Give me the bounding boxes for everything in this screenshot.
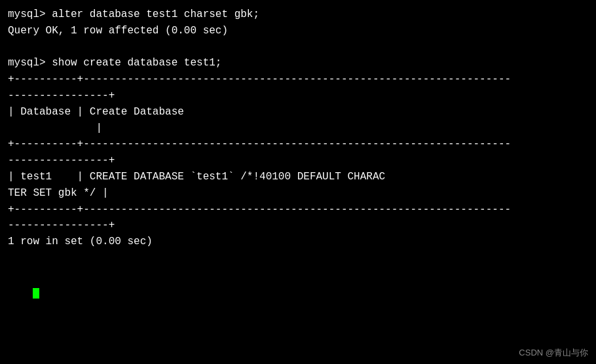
line-10: | test1 | CREATE DATABASE `test1` /*!401… [8, 169, 588, 185]
line-11: TER SET gbk */ | [8, 185, 588, 202]
line-12: +----------+----------------------------… [8, 202, 588, 218]
terminal-cursor [33, 288, 39, 299]
watermark: CSDN @青山与你 [519, 347, 588, 359]
line-1: mysql> alter database test1 charset gbk; [8, 7, 588, 23]
blank-1 [8, 39, 588, 56]
line-2: Query OK, 1 row affected (0.00 sec) [8, 23, 588, 39]
line-5: ----------------+ [8, 88, 588, 104]
terminal-window[interactable]: mysql> alter database test1 charset gbk;… [0, 0, 596, 364]
line-14: 1 row in set (0.00 sec) [8, 234, 588, 250]
line-3: mysql> show create database test1; [8, 55, 588, 71]
blank-2 [8, 250, 588, 266]
line-13: ----------------+ [8, 217, 588, 234]
line-7: | [8, 120, 588, 137]
line-8: +----------+----------------------------… [8, 136, 588, 153]
line-6: | Database | Create Database [8, 104, 588, 120]
line-9: ----------------+ [8, 153, 588, 169]
line-4: +----------+----------------------------… [8, 71, 588, 88]
cursor-line [8, 266, 588, 315]
